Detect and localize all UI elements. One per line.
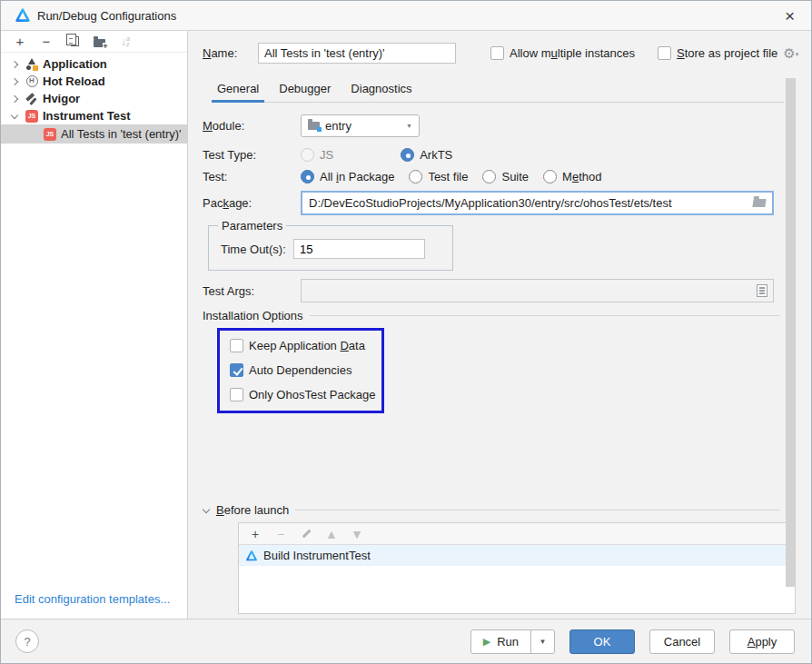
tree-item-instrument-test[interactable]: JS Instrument Test	[1, 107, 187, 124]
run-play-icon: ▶	[483, 636, 490, 648]
module-folder-icon	[308, 122, 320, 130]
dialog-footer: ? ▶ Run ▼ OK Cancel Apply	[1, 619, 811, 663]
module-label: Module:	[203, 119, 301, 133]
move-down-icon: ▼	[350, 527, 364, 541]
radio-label: JS	[320, 148, 333, 162]
radio-test-suite[interactable]: Suite	[482, 170, 529, 183]
add-task-icon[interactable]: +	[248, 527, 262, 541]
package-row: Package:	[203, 191, 811, 215]
chevron-down-icon[interactable]	[11, 113, 18, 120]
chevron-right-icon[interactable]	[11, 61, 18, 68]
close-icon[interactable]: ×	[779, 5, 800, 26]
radio-label: Test file	[428, 170, 468, 183]
radio-label: Suite	[501, 170, 529, 183]
timeout-label: Time Out(s):	[221, 243, 293, 256]
checkbox-icon[interactable]	[658, 46, 671, 60]
package-field	[301, 191, 774, 215]
radio-icon	[301, 148, 314, 162]
auto-dependencies-checkbox[interactable]: Auto Dependencies	[230, 363, 381, 377]
divider	[310, 315, 780, 316]
new-folder-icon[interactable]	[92, 35, 106, 49]
before-launch-toolbar: + − ▲ ▼	[239, 523, 795, 545]
apply-button[interactable]: Apply	[729, 629, 795, 654]
checkbox-label: Auto Dependencies	[249, 363, 352, 377]
edit-configuration-templates-link[interactable]: Edit configuration templates...	[15, 592, 170, 606]
tree-item-hvigor[interactable]: Hvigor	[1, 90, 187, 107]
radio-icon[interactable]	[482, 170, 496, 183]
chevron-down-icon[interactable]	[203, 506, 211, 514]
ok-button[interactable]: OK	[569, 629, 635, 654]
cancel-button[interactable]: Cancel	[649, 629, 715, 654]
hvigor-hammer-icon	[25, 93, 38, 105]
title-bar: Run/Debug Configurations ×	[1, 1, 811, 31]
radio-test-method[interactable]: Method	[543, 170, 601, 183]
checkbox-label: Only OhosTest Package	[249, 388, 375, 401]
configurations-sidebar: + − ↓ az Application H Hot Relo	[1, 31, 188, 619]
store-as-project-file-checkbox[interactable]: Store as project file	[658, 46, 777, 60]
remove-configuration-icon[interactable]: −	[39, 35, 54, 49]
radio-test-all-in-package[interactable]: All in Package	[301, 170, 394, 183]
tab-debugger[interactable]: Debugger	[273, 78, 336, 102]
radio-icon[interactable]	[543, 170, 557, 183]
package-label: Package:	[203, 196, 301, 210]
checkbox-icon[interactable]	[230, 339, 243, 352]
tab-diagnostics[interactable]: Diagnostics	[345, 78, 417, 102]
instrument-test-icon: JS	[25, 110, 38, 123]
test-row: Test: All in Package Test file Suite	[203, 170, 811, 183]
checkbox-icon[interactable]	[230, 388, 243, 401]
chevron-right-icon[interactable]	[11, 95, 18, 103]
test-args-label: Test Args:	[203, 284, 301, 298]
hot-reload-icon: H	[25, 75, 38, 88]
deveco-build-icon	[245, 550, 258, 562]
browse-folder-icon[interactable]	[752, 199, 766, 207]
checkbox-label: Keep Application Data	[249, 339, 365, 352]
test-args-field	[301, 279, 774, 302]
timeout-input[interactable]	[293, 239, 425, 259]
configurations-tree: Application H Hot Reload Hvigor JS Instr…	[1, 53, 187, 144]
before-launch-task-list: Build InstrumentTest	[239, 545, 795, 613]
add-configuration-icon[interactable]: +	[13, 35, 27, 49]
name-label: Name:	[203, 46, 258, 60]
package-input[interactable]	[309, 196, 748, 210]
checkbox-icon[interactable]	[490, 46, 504, 60]
installation-options-annotated-group: Keep Application Data Auto Dependencies …	[217, 328, 384, 413]
chevron-right-icon[interactable]	[11, 78, 18, 85]
run-button[interactable]: ▶ Run	[471, 630, 530, 653]
remove-task-icon: −	[273, 527, 288, 541]
installation-options-header: Installation Options	[203, 309, 811, 322]
only-ohostest-package-checkbox[interactable]: Only OhosTest Package	[230, 388, 381, 401]
module-select[interactable]: entry ▼	[301, 114, 420, 137]
test-args-input[interactable]	[307, 284, 757, 298]
keep-application-data-checkbox[interactable]: Keep Application Data	[230, 339, 381, 352]
radio-icon[interactable]	[401, 148, 414, 162]
gear-icon[interactable]: ⚙▾	[783, 45, 798, 62]
copy-configuration-icon[interactable]	[65, 35, 80, 49]
store-as-project-file-label: Store as project file	[677, 46, 777, 60]
expand-editor-icon[interactable]	[757, 284, 767, 297]
divider	[295, 510, 780, 510]
run-debug-configurations-dialog: Run/Debug Configurations × + − ↓ az Appl…	[0, 0, 812, 664]
radio-label: All in Package	[320, 170, 394, 183]
tree-item-application[interactable]: Application	[1, 55, 187, 73]
test-label: Test:	[203, 170, 301, 183]
task-build-instrument-test[interactable]: Build InstrumentTest	[239, 545, 795, 566]
run-dropdown-arrow[interactable]: ▼	[530, 630, 554, 653]
allow-multiple-instances-checkbox[interactable]: Allow multiple instances	[490, 46, 635, 60]
checkbox-checked-icon[interactable]	[230, 363, 243, 377]
help-button[interactable]: ?	[15, 629, 39, 653]
radio-test-type-arkts[interactable]: ArkTS	[401, 148, 452, 162]
name-input[interactable]	[258, 43, 456, 64]
run-split-button: ▶ Run ▼	[470, 629, 555, 654]
before-launch-title: Before launch	[216, 503, 289, 517]
tab-general[interactable]: General	[212, 78, 264, 102]
radio-icon[interactable]	[409, 170, 422, 183]
dialog-title: Run/Debug Configurations	[37, 9, 176, 23]
radio-test-file[interactable]: Test file	[409, 170, 468, 183]
radio-icon[interactable]	[301, 170, 314, 183]
module-row: Module: entry ▼	[203, 114, 811, 137]
tree-item-all-tests-selected[interactable]: JS All Tests in 'test (entry)'	[1, 124, 187, 144]
configuration-editor: Name: Allow multiple instances Store as …	[188, 31, 811, 619]
vertical-scrollbar[interactable]	[786, 78, 796, 587]
tree-item-hot-reload[interactable]: H Hot Reload	[1, 73, 187, 90]
run-label: Run	[497, 635, 519, 649]
